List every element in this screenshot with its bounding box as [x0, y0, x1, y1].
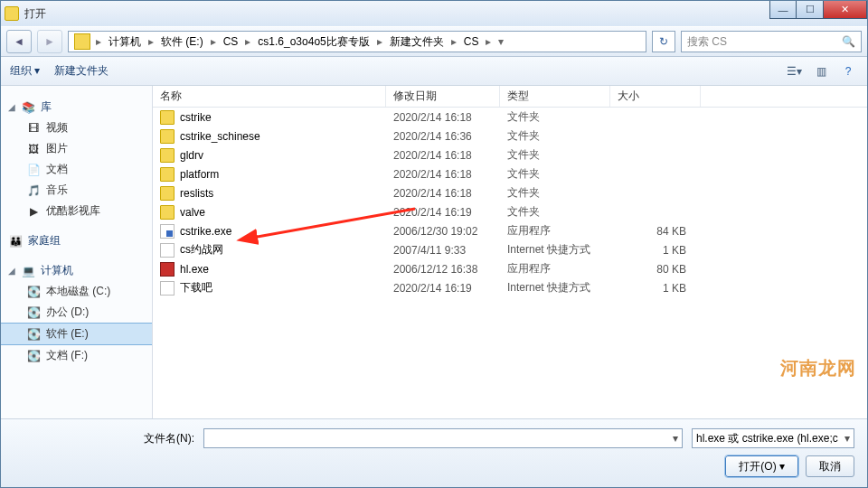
maximize-button[interactable]: ☐ — [797, 1, 824, 19]
filename-input[interactable]: ▾ — [203, 428, 683, 448]
file-name: valve — [180, 206, 205, 219]
close-button[interactable]: ✕ — [824, 1, 867, 19]
file-row[interactable]: cs约战网2007/4/11 9:33Internet 快捷方式1 KB — [153, 240, 867, 259]
preview-pane-button[interactable]: ▥ — [811, 62, 831, 80]
document-icon: 📄 — [26, 163, 41, 177]
column-type[interactable]: 类型 — [500, 86, 610, 107]
chevron-down-icon: ▾ — [844, 432, 850, 445]
file-date: 2020/2/14 16:36 — [386, 130, 500, 143]
chevron-right-icon: ▸ — [449, 35, 458, 48]
file-row[interactable]: 下载吧2020/2/14 16:19Internet 快捷方式1 KB — [153, 278, 867, 297]
file-size: 1 KB — [610, 282, 701, 295]
folder-icon — [160, 186, 175, 201]
forward-button[interactable]: ► — [37, 30, 62, 53]
exe-icon — [160, 224, 175, 239]
file-type: 文件夹 — [500, 204, 610, 220]
youku-icon: ▶ — [26, 204, 41, 219]
sidebar-item-drive-c[interactable]: 💽本地磁盘 (C:) — [1, 281, 152, 302]
sidebar-item-music[interactable]: 🎵音乐 — [1, 180, 152, 201]
file-row[interactable]: cstrike_schinese2020/2/14 16:36文件夹 — [153, 127, 867, 145]
file-type: 文件夹 — [500, 147, 610, 163]
file-row[interactable]: gldrv2020/2/14 16:18文件夹 — [153, 145, 867, 164]
chevron-down-icon[interactable]: ▾ — [673, 432, 678, 445]
app-icon — [5, 6, 19, 21]
file-date: 2020/2/14 16:18 — [386, 187, 500, 200]
help-button[interactable]: ? — [838, 62, 858, 80]
file-type: Internet 快捷方式 — [500, 280, 610, 296]
chevron-right-icon: ▸ — [94, 35, 103, 48]
column-headers: 名称 修改日期 类型 大小 — [153, 86, 867, 108]
breadcrumb-item[interactable]: 新建文件夹 — [384, 32, 449, 52]
breadcrumb-item[interactable]: 软件 (E:) — [156, 32, 209, 52]
toolbar: 组织 ▾ 新建文件夹 ☰▾ ▥ ? — [1, 57, 867, 86]
organize-menu[interactable]: 组织 ▾ — [10, 63, 40, 79]
sidebar-homegroup[interactable]: 👪家庭组 — [1, 230, 152, 251]
column-name[interactable]: 名称 — [153, 86, 386, 107]
filetype-select[interactable]: hl.exe 或 cstrike.exe (hl.exe;c▾ — [692, 428, 854, 448]
music-icon: 🎵 — [26, 183, 41, 198]
breadcrumb-dropdown[interactable]: ▾ — [493, 35, 509, 48]
file-row[interactable]: platform2020/2/14 16:18文件夹 — [153, 164, 867, 183]
breadcrumb-item[interactable]: CS — [218, 32, 244, 52]
folder-icon — [160, 167, 175, 182]
view-options-button[interactable]: ☰▾ — [784, 62, 804, 80]
file-size: 1 KB — [610, 244, 701, 257]
file-row[interactable]: hl.exe2006/12/12 16:38应用程序80 KB — [153, 259, 867, 278]
computer-icon: 💻 — [21, 264, 35, 278]
file-date: 2020/2/14 16:18 — [386, 168, 500, 181]
file-date: 2020/2/14 16:18 — [386, 111, 500, 124]
sidebar-libraries[interactable]: ◢📚库 — [1, 97, 152, 117]
file-type: 文件夹 — [500, 166, 610, 182]
library-icon: 📚 — [21, 100, 35, 115]
titlebar[interactable]: 打开 — ☐ ✕ — [1, 1, 867, 26]
collapse-icon: ◢ — [8, 102, 15, 112]
refresh-button[interactable]: ↻ — [652, 31, 675, 52]
minimize-button[interactable]: — — [769, 1, 797, 19]
folder-icon — [160, 129, 175, 144]
column-size[interactable]: 大小 — [610, 86, 701, 107]
breadcrumb[interactable]: ▸ 计算机▸ 软件 (E:)▸ CS▸ cs1.6_o3o4o5比赛专版▸ 新建… — [68, 31, 646, 52]
sidebar: ◢📚库 🎞视频 🖼图片 📄文档 🎵音乐 ▶优酷影视库 👪家庭组 ◢💻计算机 💽本… — [1, 86, 153, 418]
cancel-button[interactable]: 取消 — [806, 455, 854, 477]
file-row[interactable]: cstrike.exe2006/12/30 19:02应用程序84 KB — [153, 221, 867, 240]
sidebar-item-pictures[interactable]: 🖼图片 — [1, 138, 152, 159]
file-row[interactable]: valve2020/2/14 16:19文件夹 — [153, 202, 867, 221]
folder-icon — [160, 110, 175, 125]
sidebar-item-videos[interactable]: 🎞视频 — [1, 117, 152, 138]
folder-icon — [160, 148, 175, 163]
sidebar-item-drive-d[interactable]: 💽办公 (D:) — [1, 302, 152, 323]
drive-icon: 💽 — [26, 349, 41, 363]
file-row[interactable]: reslists2020/2/14 16:18文件夹 — [153, 183, 867, 202]
chevron-right-icon: ▸ — [243, 35, 252, 48]
sidebar-item-youku[interactable]: ▶优酷影视库 — [1, 201, 152, 221]
window-title: 打开 — [24, 6, 46, 22]
new-folder-button[interactable]: 新建文件夹 — [54, 63, 108, 79]
search-input[interactable]: 搜索 CS 🔍 — [681, 31, 862, 52]
folder-icon — [160, 205, 175, 220]
file-date: 2006/12/30 19:02 — [386, 225, 500, 238]
breadcrumb-item[interactable]: 计算机 — [103, 32, 146, 52]
file-name: reslists — [180, 187, 213, 200]
open-button[interactable]: 打开(O) ▾ — [725, 455, 798, 477]
sidebar-item-documents[interactable]: 📄文档 — [1, 159, 152, 180]
column-date[interactable]: 修改日期 — [386, 86, 500, 107]
bottom-panel: 文件名(N): ▾ hl.exe 或 cstrike.exe (hl.exe;c… — [1, 418, 867, 487]
back-button[interactable]: ◄ — [6, 30, 32, 53]
file-type: 文件夹 — [500, 128, 610, 144]
breadcrumb-item[interactable]: cs1.6_o3o4o5比赛专版 — [252, 32, 374, 52]
drive-icon: 💽 — [26, 285, 41, 299]
file-date: 2020/2/14 16:18 — [386, 149, 500, 162]
file-size: 84 KB — [610, 225, 701, 238]
nav-row: ◄ ► ▸ 计算机▸ 软件 (E:)▸ CS▸ cs1.6_o3o4o5比赛专版… — [1, 26, 867, 57]
chevron-right-icon: ▸ — [484, 35, 493, 48]
file-size: 80 KB — [610, 263, 701, 276]
file-date: 2020/2/14 16:19 — [386, 282, 500, 295]
sidebar-item-drive-f[interactable]: 💽文档 (F:) — [1, 345, 152, 366]
sidebar-item-drive-e[interactable]: 💽软件 (E:) — [1, 323, 152, 345]
file-name: cstrike — [180, 111, 212, 124]
sidebar-computer[interactable]: ◢💻计算机 — [1, 260, 152, 281]
file-row[interactable]: cstrike2020/2/14 16:18文件夹 — [153, 108, 867, 127]
file-date: 2006/12/12 16:38 — [386, 263, 500, 276]
breadcrumb-item[interactable]: CS — [458, 32, 485, 52]
file-type: 应用程序 — [500, 223, 610, 239]
